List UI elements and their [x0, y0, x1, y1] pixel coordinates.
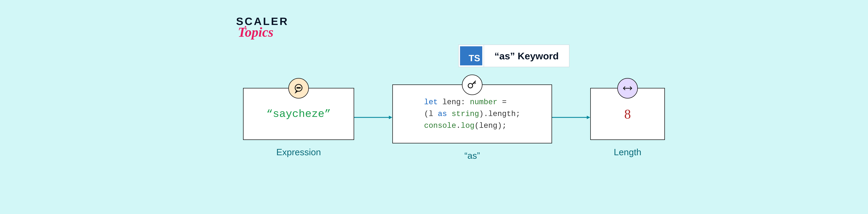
ts-badge-text: TS	[469, 53, 480, 63]
code-node: let leng: number = (l as string).length;…	[392, 84, 552, 161]
diagram-row: “saycheze” Expression let leng: number =…	[243, 84, 665, 161]
typescript-badge-icon: TS	[460, 46, 482, 65]
svg-point-1	[297, 87, 298, 88]
arrows-horizontal-icon	[617, 78, 638, 99]
chat-bubble-icon	[288, 78, 309, 99]
output-node: 8 Length	[590, 88, 665, 157]
output-card: 8	[590, 88, 665, 140]
title-box: TS “as” Keyword	[458, 44, 569, 67]
brand-logo: SCALER Topics	[236, 15, 289, 40]
arrow-icon	[354, 117, 392, 118]
code-block: let leng: number = (l as string).length;…	[424, 96, 521, 132]
svg-point-3	[300, 87, 300, 88]
expression-node: “saycheze” Expression	[243, 88, 354, 157]
output-value: 8	[624, 106, 631, 121]
expression-card: “saycheze”	[243, 88, 354, 140]
svg-marker-8	[587, 116, 590, 119]
svg-point-6	[468, 83, 473, 88]
logo-bottom-text: Topics	[238, 24, 273, 40]
expression-caption: Expression	[276, 147, 321, 157]
title-text: “as” Keyword	[484, 45, 569, 67]
svg-marker-5	[389, 116, 392, 119]
code-card: let leng: number = (l as string).length;…	[392, 84, 552, 143]
key-icon	[462, 75, 483, 95]
svg-point-2	[298, 87, 299, 88]
code-caption: “as”	[464, 150, 480, 161]
arrow-icon	[552, 117, 590, 118]
output-caption: Length	[614, 147, 641, 157]
expression-value: “saycheze”	[266, 108, 331, 120]
